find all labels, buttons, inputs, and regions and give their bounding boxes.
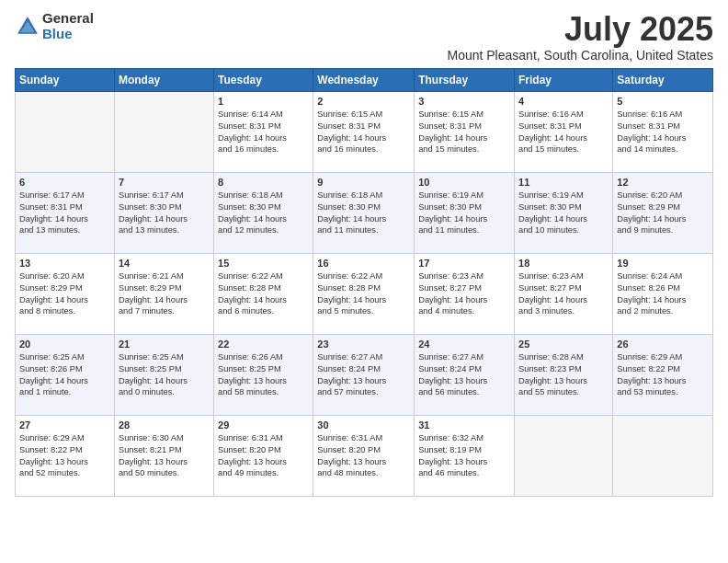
table-row: 29Sunrise: 6:31 AM Sunset: 8:20 PM Dayli… xyxy=(214,415,313,496)
calendar-week-row: 13Sunrise: 6:20 AM Sunset: 8:29 PM Dayli… xyxy=(16,253,713,334)
table-row: 17Sunrise: 6:23 AM Sunset: 8:27 PM Dayli… xyxy=(415,253,515,334)
table-row xyxy=(613,415,713,496)
table-row: 10Sunrise: 6:19 AM Sunset: 8:30 PM Dayli… xyxy=(415,172,515,253)
page: General Blue July 2025 Mount Pleasant, S… xyxy=(0,0,728,563)
logo: General Blue xyxy=(15,11,94,41)
month-title: July 2025 xyxy=(447,11,713,48)
day-info: Sunrise: 6:27 AM Sunset: 8:24 PM Dayligh… xyxy=(317,351,410,397)
day-number: 18 xyxy=(518,257,609,270)
day-number: 29 xyxy=(218,419,309,432)
day-info: Sunrise: 6:29 AM Sunset: 8:22 PM Dayligh… xyxy=(19,432,110,478)
day-number: 6 xyxy=(19,176,110,190)
logo-general: General xyxy=(42,11,94,27)
table-row: 31Sunrise: 6:32 AM Sunset: 8:19 PM Dayli… xyxy=(415,415,515,496)
day-number: 10 xyxy=(418,176,510,190)
day-number: 16 xyxy=(317,257,410,270)
day-info: Sunrise: 6:23 AM Sunset: 8:27 PM Dayligh… xyxy=(518,270,609,316)
table-row: 11Sunrise: 6:19 AM Sunset: 8:30 PM Dayli… xyxy=(515,172,613,253)
calendar-week-row: 27Sunrise: 6:29 AM Sunset: 8:22 PM Dayli… xyxy=(16,415,713,496)
day-number: 21 xyxy=(119,338,210,351)
table-row: 24Sunrise: 6:27 AM Sunset: 8:24 PM Dayli… xyxy=(415,334,515,415)
day-info: Sunrise: 6:25 AM Sunset: 8:26 PM Dayligh… xyxy=(19,351,110,397)
day-number: 8 xyxy=(218,176,309,190)
day-info: Sunrise: 6:25 AM Sunset: 8:25 PM Dayligh… xyxy=(119,351,210,397)
table-row: 27Sunrise: 6:29 AM Sunset: 8:22 PM Dayli… xyxy=(16,415,115,496)
table-row xyxy=(515,415,613,496)
col-monday: Monday xyxy=(114,68,213,91)
day-number: 25 xyxy=(518,338,609,351)
table-row: 16Sunrise: 6:22 AM Sunset: 8:28 PM Dayli… xyxy=(313,253,415,334)
table-row xyxy=(16,91,115,172)
day-number: 1 xyxy=(218,95,309,109)
col-saturday: Saturday xyxy=(613,68,713,91)
table-row: 7Sunrise: 6:17 AM Sunset: 8:30 PM Daylig… xyxy=(114,172,213,253)
day-info: Sunrise: 6:22 AM Sunset: 8:28 PM Dayligh… xyxy=(218,270,309,316)
table-row: 3Sunrise: 6:15 AM Sunset: 8:31 PM Daylig… xyxy=(415,91,515,172)
table-row: 9Sunrise: 6:18 AM Sunset: 8:30 PM Daylig… xyxy=(313,172,415,253)
logo-text: General Blue xyxy=(42,11,94,41)
table-row: 14Sunrise: 6:21 AM Sunset: 8:29 PM Dayli… xyxy=(114,253,213,334)
day-info: Sunrise: 6:16 AM Sunset: 8:31 PM Dayligh… xyxy=(617,109,709,155)
day-info: Sunrise: 6:31 AM Sunset: 8:20 PM Dayligh… xyxy=(218,432,309,478)
calendar: Sunday Monday Tuesday Wednesday Thursday… xyxy=(15,68,713,497)
day-number: 12 xyxy=(617,176,709,190)
day-info: Sunrise: 6:16 AM Sunset: 8:31 PM Dayligh… xyxy=(518,109,609,155)
day-number: 15 xyxy=(218,257,309,270)
day-info: Sunrise: 6:31 AM Sunset: 8:20 PM Dayligh… xyxy=(317,432,410,478)
table-row: 22Sunrise: 6:26 AM Sunset: 8:25 PM Dayli… xyxy=(214,334,313,415)
day-info: Sunrise: 6:19 AM Sunset: 8:30 PM Dayligh… xyxy=(418,190,510,236)
table-row: 28Sunrise: 6:30 AM Sunset: 8:21 PM Dayli… xyxy=(114,415,213,496)
day-number: 28 xyxy=(119,419,210,432)
day-info: Sunrise: 6:17 AM Sunset: 8:31 PM Dayligh… xyxy=(19,190,110,236)
day-number: 22 xyxy=(218,338,309,351)
day-number: 19 xyxy=(617,257,709,270)
day-number: 13 xyxy=(19,257,110,270)
day-info: Sunrise: 6:14 AM Sunset: 8:31 PM Dayligh… xyxy=(218,109,309,155)
day-info: Sunrise: 6:23 AM Sunset: 8:27 PM Dayligh… xyxy=(418,270,510,316)
table-row: 6Sunrise: 6:17 AM Sunset: 8:31 PM Daylig… xyxy=(16,172,115,253)
day-info: Sunrise: 6:30 AM Sunset: 8:21 PM Dayligh… xyxy=(119,432,210,478)
day-number: 7 xyxy=(119,176,210,190)
day-info: Sunrise: 6:18 AM Sunset: 8:30 PM Dayligh… xyxy=(218,190,309,236)
day-number: 27 xyxy=(19,419,110,432)
table-row xyxy=(114,91,213,172)
table-row: 15Sunrise: 6:22 AM Sunset: 8:28 PM Dayli… xyxy=(214,253,313,334)
table-row: 1Sunrise: 6:14 AM Sunset: 8:31 PM Daylig… xyxy=(214,91,313,172)
table-row: 19Sunrise: 6:24 AM Sunset: 8:26 PM Dayli… xyxy=(613,253,713,334)
table-row: 12Sunrise: 6:20 AM Sunset: 8:29 PM Dayli… xyxy=(613,172,713,253)
table-row: 20Sunrise: 6:25 AM Sunset: 8:26 PM Dayli… xyxy=(16,334,115,415)
day-number: 17 xyxy=(418,257,510,270)
day-number: 2 xyxy=(317,95,410,109)
day-info: Sunrise: 6:15 AM Sunset: 8:31 PM Dayligh… xyxy=(418,109,510,155)
calendar-week-row: 20Sunrise: 6:25 AM Sunset: 8:26 PM Dayli… xyxy=(16,334,713,415)
calendar-week-row: 1Sunrise: 6:14 AM Sunset: 8:31 PM Daylig… xyxy=(16,91,713,172)
col-friday: Friday xyxy=(515,68,613,91)
day-number: 31 xyxy=(418,419,510,432)
table-row: 2Sunrise: 6:15 AM Sunset: 8:31 PM Daylig… xyxy=(313,91,415,172)
day-info: Sunrise: 6:20 AM Sunset: 8:29 PM Dayligh… xyxy=(617,190,709,236)
table-row: 23Sunrise: 6:27 AM Sunset: 8:24 PM Dayli… xyxy=(313,334,415,415)
day-number: 14 xyxy=(119,257,210,270)
day-number: 26 xyxy=(617,338,709,351)
logo-blue: Blue xyxy=(42,27,94,42)
table-row: 30Sunrise: 6:31 AM Sunset: 8:20 PM Dayli… xyxy=(313,415,415,496)
table-row: 26Sunrise: 6:29 AM Sunset: 8:22 PM Dayli… xyxy=(613,334,713,415)
day-info: Sunrise: 6:20 AM Sunset: 8:29 PM Dayligh… xyxy=(19,270,110,316)
day-info: Sunrise: 6:32 AM Sunset: 8:19 PM Dayligh… xyxy=(418,432,510,478)
day-info: Sunrise: 6:19 AM Sunset: 8:30 PM Dayligh… xyxy=(518,190,609,236)
header: General Blue July 2025 Mount Pleasant, S… xyxy=(15,11,713,63)
table-row: 5Sunrise: 6:16 AM Sunset: 8:31 PM Daylig… xyxy=(613,91,713,172)
calendar-header-row: Sunday Monday Tuesday Wednesday Thursday… xyxy=(16,68,713,91)
day-info: Sunrise: 6:24 AM Sunset: 8:26 PM Dayligh… xyxy=(617,270,709,316)
day-info: Sunrise: 6:21 AM Sunset: 8:29 PM Dayligh… xyxy=(119,270,210,316)
calendar-week-row: 6Sunrise: 6:17 AM Sunset: 8:31 PM Daylig… xyxy=(16,172,713,253)
day-number: 20 xyxy=(19,338,110,351)
title-block: July 2025 Mount Pleasant, South Carolina… xyxy=(447,11,713,63)
day-info: Sunrise: 6:17 AM Sunset: 8:30 PM Dayligh… xyxy=(119,190,210,236)
table-row: 25Sunrise: 6:28 AM Sunset: 8:23 PM Dayli… xyxy=(515,334,613,415)
day-number: 24 xyxy=(418,338,510,351)
day-number: 4 xyxy=(518,95,609,109)
col-sunday: Sunday xyxy=(16,68,115,91)
table-row: 21Sunrise: 6:25 AM Sunset: 8:25 PM Dayli… xyxy=(114,334,213,415)
day-number: 23 xyxy=(317,338,410,351)
